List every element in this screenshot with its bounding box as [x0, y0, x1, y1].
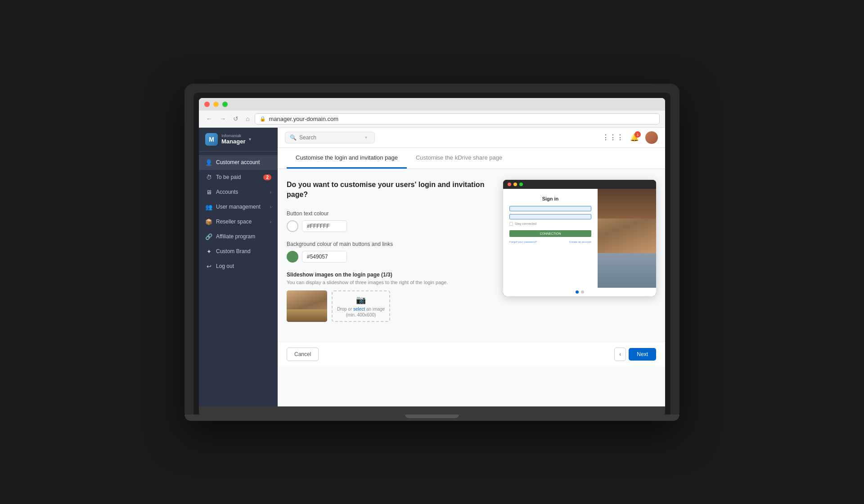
reseller-space-icon: 📦: [205, 219, 212, 225]
sidebar-item-to-be-paid[interactable]: ⏱ To be paid 2: [199, 170, 278, 185]
form-area: Do you want to customise your users' log…: [278, 169, 665, 342]
nav-refresh-button[interactable]: ↺: [231, 114, 240, 123]
sidebar-item-label: Log out: [216, 263, 271, 269]
button-text-colour-field[interactable]: [302, 220, 347, 232]
slideshow-desc: You can display a slideshow of three ima…: [287, 280, 490, 285]
user-management-chevron-icon: ›: [270, 205, 271, 210]
page-body: Customise the login and invitation page …: [278, 148, 665, 406]
button-text-colour-input-row: [287, 220, 490, 232]
preview-dot-2[interactable]: [581, 290, 584, 294]
preview-photo: [598, 189, 656, 288]
app-name: Manager: [221, 138, 245, 145]
sidebar-item-affiliate-program[interactable]: 🔗 Affiliate program: [199, 229, 278, 244]
slideshow-label: Slideshow images on the login page (1/3): [287, 272, 490, 278]
traffic-light-close[interactable]: [204, 102, 210, 107]
traffic-light-maximize[interactable]: [222, 102, 228, 107]
brand-name: Infomaniak: [221, 134, 245, 138]
sidebar-item-label: To be paid: [216, 174, 260, 180]
main-content: 🔍 ▾ ⋮⋮⋮ 🔔 1: [278, 128, 665, 406]
nav-forward-button[interactable]: →: [218, 114, 228, 123]
preview-sign-in-title: Sign in: [509, 196, 591, 201]
address-bar[interactable]: 🔒 manager.your-domain.com: [255, 113, 660, 125]
user-management-icon: 👥: [205, 204, 212, 210]
preview-connection-button: CONNECTION: [509, 230, 591, 237]
tab-login-page[interactable]: Customise the login and invitation page: [287, 148, 407, 169]
url-text: manager.your-domain.com: [269, 116, 338, 122]
preview-remember-label: Stay connected: [515, 222, 536, 225]
nav-back-button[interactable]: ←: [204, 114, 214, 123]
lock-icon: 🔒: [260, 116, 266, 122]
bg-colour-swatch[interactable]: [287, 251, 298, 263]
search-box[interactable]: 🔍 ▾: [285, 132, 375, 143]
preview-dot-1[interactable]: [576, 290, 579, 294]
browser-titlebar: [199, 98, 665, 111]
preview-panel: Sign in Stay connected CONNECTION: [503, 180, 656, 296]
preview-links: Forgot your password? Create an account: [509, 241, 591, 243]
preview-browser-bar: [503, 180, 656, 189]
search-dropdown-icon[interactable]: ▾: [365, 135, 367, 140]
sidebar-item-customer-account[interactable]: 👤 Customer account: [199, 155, 278, 170]
preview-dots: [503, 288, 656, 296]
sidebar-item-reseller-space[interactable]: 📦 Reseller space ›: [199, 214, 278, 229]
traffic-light-minimize[interactable]: [213, 102, 219, 107]
customer-account-icon: 👤: [205, 159, 212, 166]
browser-content: M Infomaniak Manager ▾ 👤 Customer accoun…: [199, 128, 665, 406]
top-bar: 🔍 ▾ ⋮⋮⋮ 🔔 1: [278, 128, 665, 148]
preview-username-field: [509, 206, 591, 211]
slideshow-drop-zone-1[interactable]: 📷 Drop or select an image (min. 400x600): [332, 290, 390, 322]
slideshow-image-row: 📷 Drop or select an image (min. 400x600): [287, 290, 490, 322]
preview-content: Sign in Stay connected CONNECTION: [503, 189, 656, 288]
nav-home-button[interactable]: ⌂: [244, 114, 251, 123]
tab-kdrive-page[interactable]: Customise the kDrive share page: [407, 148, 511, 169]
sidebar-item-label: User management: [216, 204, 266, 210]
tab-bar: Customise the login and invitation page …: [278, 148, 665, 169]
bg-colour-input-row: [287, 251, 490, 263]
sidebar-item-label: Custom Brand: [216, 248, 271, 254]
notification-button[interactable]: 🔔 1: [630, 133, 639, 142]
laptop-notch: [405, 415, 459, 418]
to-be-paid-icon: ⏱: [205, 174, 212, 181]
preview-forgot-link: Forgot your password?: [509, 241, 537, 243]
accounts-chevron-icon: ›: [270, 190, 271, 195]
search-icon: 🔍: [290, 134, 297, 141]
slideshow-image-1[interactable]: [287, 290, 327, 322]
search-input[interactable]: [299, 134, 362, 141]
button-text-colour-swatch[interactable]: [287, 220, 298, 232]
preview-create-link: Create an account: [569, 241, 591, 243]
sidebar-item-logout[interactable]: ↩ Log out: [199, 259, 278, 274]
bg-colour-field[interactable]: [302, 251, 347, 263]
sidebar-logo[interactable]: M Infomaniak Manager ▾: [199, 128, 278, 152]
camera-icon: 📷: [356, 295, 366, 305]
sidebar-item-label: Reseller space: [216, 219, 266, 225]
prev-button[interactable]: ‹: [614, 348, 626, 361]
slideshow-section: Slideshow images on the login page (1/3)…: [287, 272, 490, 322]
avatar[interactable]: [645, 131, 658, 144]
reseller-chevron-icon: ›: [270, 219, 271, 224]
button-text-colour-label: Button text colour: [287, 210, 490, 217]
sidebar-item-user-management[interactable]: 👥 User management ›: [199, 200, 278, 214]
drop-zone-text: Drop or select an image (min. 400x600): [333, 306, 389, 318]
preview-password-field: [509, 214, 591, 219]
action-bar: Cancel ‹ Next: [278, 342, 665, 366]
sidebar-item-accounts[interactable]: 🖥 Accounts ›: [199, 185, 278, 200]
sidebar-navigation: 👤 Customer account ⏱ To be paid 2 🖥 Acco…: [199, 152, 278, 406]
to-be-paid-badge: 2: [263, 174, 271, 180]
next-button[interactable]: Next: [629, 348, 656, 361]
slideshow-image-1-preview: [287, 290, 327, 322]
sidebar-item-label: Customer account: [216, 159, 271, 165]
select-image-link[interactable]: select: [353, 307, 365, 312]
preview-tl-red: [508, 183, 511, 186]
preview-checkbox: [509, 222, 513, 226]
grid-icon[interactable]: ⋮⋮⋮: [602, 133, 624, 142]
preview-remember-row: Stay connected: [509, 222, 591, 226]
preview-tl-green: [519, 183, 523, 186]
sidebar-item-label: Affiliate program: [216, 233, 271, 240]
logout-icon: ↩: [205, 263, 212, 270]
logo-chevron-icon: ▾: [249, 137, 251, 142]
browser-toolbar: ← → ↺ ⌂ 🔒 manager.your-domain.com: [199, 111, 665, 128]
cancel-button[interactable]: Cancel: [287, 348, 319, 361]
sidebar-item-custom-brand[interactable]: ✦ Custom Brand: [199, 244, 278, 259]
bg-colour-label: Background colour of main buttons and li…: [287, 241, 490, 247]
nav-buttons: ‹ Next: [614, 348, 656, 361]
preview-tl-yellow: [513, 183, 517, 186]
